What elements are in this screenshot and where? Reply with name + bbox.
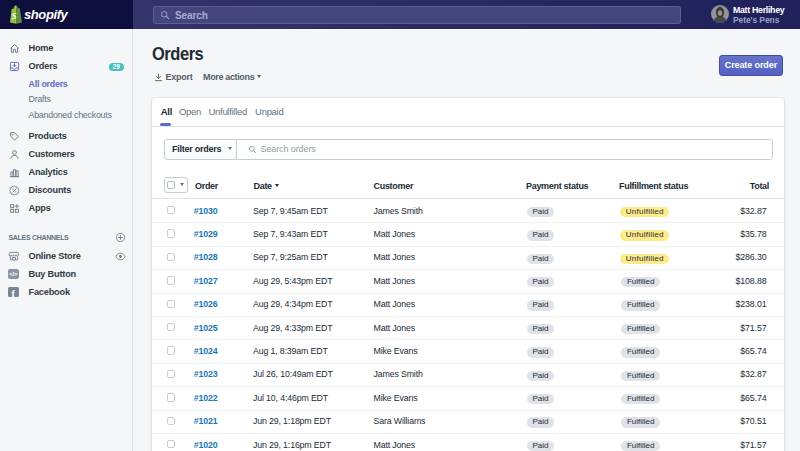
svg-text:S: S	[11, 11, 16, 21]
